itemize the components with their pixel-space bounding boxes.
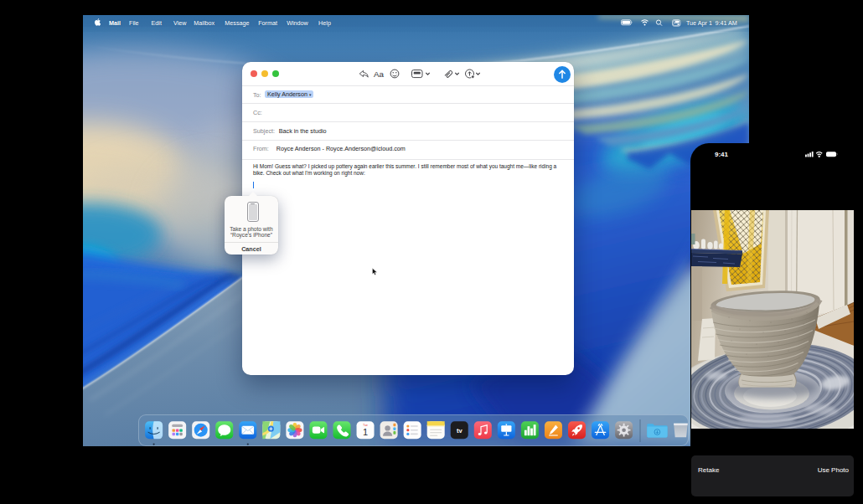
svg-text:1: 1	[362, 427, 367, 437]
svg-text:tv: tv	[456, 427, 462, 435]
svg-text:Aa: Aa	[374, 69, 385, 79]
